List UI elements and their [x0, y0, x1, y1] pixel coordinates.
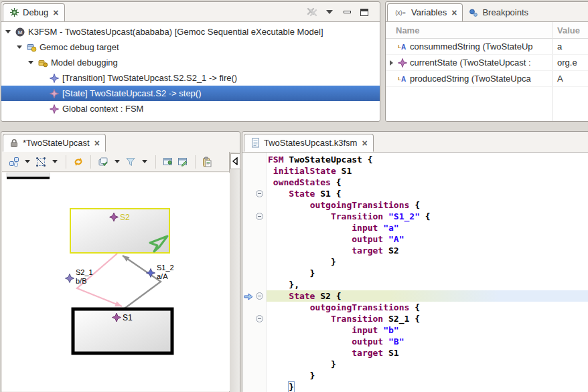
tab-editor[interactable]: TwoStatesUpcast.k3fsm ×: [244, 134, 374, 152]
tab-variables-label: Variables: [411, 7, 447, 17]
state-label[interactable]: S2: [120, 213, 130, 222]
code-token: [268, 211, 331, 221]
code-line[interactable]: FSM TwoStateUpcast {: [267, 154, 588, 165]
code-token: S1 {: [315, 189, 341, 199]
code-line[interactable]: target S1: [267, 347, 588, 359]
code-line[interactable]: }: [267, 256, 588, 268]
state-label[interactable]: S1: [123, 313, 133, 322]
maximize-icon[interactable]: [356, 5, 373, 19]
fold-marker-icon[interactable]: [256, 292, 263, 300]
code-token: target: [352, 246, 383, 256]
code-area[interactable]: FSM TwoStateUpcast { initialState S1 own…: [267, 153, 588, 392]
diagram-canvas[interactable]: S2_1b/BS1_2a/AS2S1: [2, 173, 230, 391]
tree-item[interactable]: Global context : FSM: [1, 101, 380, 116]
diagram-tabbar: *TwoStateUpcast ×: [1, 132, 240, 152]
transition-label[interactable]: S2_1: [76, 268, 93, 276]
code-line[interactable]: }: [267, 370, 588, 381]
variable-row[interactable]: currentState (TwoStateUpcast :org.e: [386, 55, 588, 71]
code-line[interactable]: outgoingTransitions {: [267, 302, 588, 313]
tab-diagram[interactable]: *TwoStateUpcast ×: [3, 134, 106, 152]
dropdown-arrow-icon[interactable]: [115, 160, 120, 163]
editor-gutter: [242, 153, 267, 392]
variables-tabbar: (x)= Variables × Breakpoints: [386, 2, 588, 21]
code-line[interactable]: }: [267, 268, 588, 279]
tab-breakpoints[interactable]: Breakpoints: [463, 3, 534, 21]
code-token: initialState: [273, 166, 336, 176]
dropdown-arrow-icon[interactable]: [142, 160, 147, 163]
code-line[interactable]: input "b": [267, 324, 588, 336]
tab-debug[interactable]: Debug ×: [3, 3, 65, 21]
paste-icon[interactable]: [201, 154, 213, 170]
close-icon[interactable]: ×: [362, 140, 367, 146]
code-line[interactable]: initialState S1: [267, 165, 588, 177]
code-line[interactable]: },: [267, 279, 588, 290]
transition-guard-label[interactable]: b/B: [76, 277, 87, 285]
view-menu-icon[interactable]: [321, 5, 338, 19]
partial-state[interactable]: [7, 173, 50, 177]
code-line[interactable]: State S1 {: [267, 188, 588, 199]
layers-icon[interactable]: [96, 154, 111, 170]
code-line[interactable]: }: [267, 381, 588, 392]
variable-row[interactable]: LAconsummedString (TwoStateUpa: [386, 39, 588, 55]
string-variable-icon: LA: [397, 74, 408, 84]
collapse-palette-icon[interactable]: [230, 153, 240, 169]
edit-diagram-icon[interactable]: [176, 154, 190, 170]
dropdown-arrow-icon[interactable]: [52, 160, 58, 163]
tree-item-label: Global context : FSM: [62, 104, 143, 114]
code-line[interactable]: Transition S2_1 {: [267, 313, 588, 324]
code-line[interactable]: target S2: [267, 245, 588, 256]
code-token: S1: [336, 166, 352, 176]
variable-value: A: [551, 74, 563, 84]
column-name[interactable]: Name: [386, 25, 551, 35]
code-token: [268, 348, 352, 358]
code-token: },: [268, 280, 299, 290]
tree-item[interactable]: MK3FSM - TwoStatesUpcast(abababa) [Gemoc…: [1, 24, 380, 39]
tree-item[interactable]: Model debugging: [1, 55, 380, 70]
code-token: [268, 223, 352, 233]
column-value[interactable]: Value: [551, 25, 580, 35]
dropdown-arrow-icon[interactable]: [25, 160, 30, 163]
fold-marker-icon[interactable]: [256, 190, 263, 197]
fold-marker-icon[interactable]: [256, 213, 263, 220]
transition-guard-label[interactable]: a/A: [157, 272, 168, 280]
code-token: outgoingTransitions: [310, 302, 410, 312]
close-icon[interactable]: ×: [451, 9, 457, 16]
code-line[interactable]: input "a": [267, 222, 588, 233]
variable-row[interactable]: LAproducedString (TwoStateUpcaA: [386, 71, 588, 87]
fold-marker-icon[interactable]: [256, 315, 263, 322]
variables-view-panel: (x)= Variables × Breakpoints Name Value …: [385, 1, 588, 122]
expander-expanded-icon[interactable]: [27, 61, 35, 64]
transition-edge-S1_2[interactable]: [123, 256, 161, 308]
tree-item[interactable]: Gemoc debug target: [1, 39, 380, 55]
svg-text:M: M: [18, 29, 23, 35]
code-token: "B": [388, 336, 404, 347]
code-line[interactable]: output "A": [267, 233, 588, 245]
filter-icon[interactable]: [124, 154, 138, 170]
code-token: Transition: [331, 314, 383, 324]
select-mode-icon[interactable]: [34, 154, 48, 170]
gemoc-model-icon: M: [15, 27, 25, 37]
debug-view-toolbar: [303, 5, 373, 19]
transition-label[interactable]: S1_2: [157, 264, 174, 272]
expander-collapsed-icon[interactable]: [387, 60, 395, 66]
tab-variables[interactable]: (x)= Variables ×: [387, 3, 463, 21]
code-line[interactable]: output "B": [267, 336, 588, 347]
tree-item-selected[interactable]: [State] TwoStateUpcast.S2 -> step(): [1, 86, 380, 101]
code-token: State: [289, 189, 315, 199]
code-line[interactable]: outgoingTransitions {: [267, 199, 588, 211]
close-icon[interactable]: ×: [53, 9, 58, 16]
expander-expanded-icon[interactable]: [4, 30, 12, 33]
expander-expanded-icon[interactable]: [15, 45, 23, 49]
tree-item[interactable]: [Transition] TwoStateUpcast.S2.S2_1 -> f…: [1, 70, 380, 86]
export-diagram-icon[interactable]: [161, 154, 175, 170]
minimize-icon[interactable]: [338, 5, 356, 19]
code-line[interactable]: ownedStates {: [267, 177, 588, 188]
text-editor-panel: TwoStatesUpcast.k3fsm × FSM TwoStateUpca…: [242, 131, 588, 392]
code-line[interactable]: State S2 {: [267, 290, 588, 302]
code-line[interactable]: Transition "S1_2" {: [267, 211, 588, 222]
code-line[interactable]: }: [267, 359, 588, 370]
diagram-toolbar: [2, 152, 230, 172]
refresh-icon[interactable]: [72, 154, 85, 170]
arrange-icon[interactable]: [7, 154, 21, 170]
close-icon[interactable]: ×: [94, 140, 100, 146]
